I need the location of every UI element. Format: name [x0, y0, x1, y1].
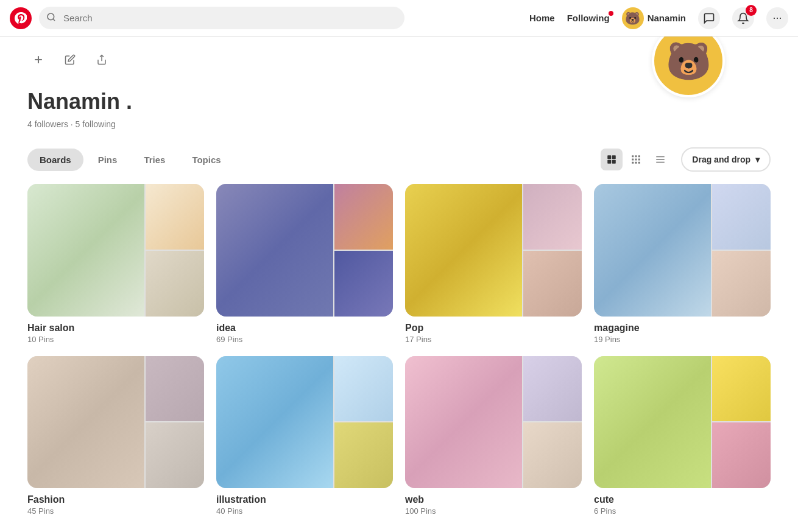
board-card-fashion[interactable]: Fashion 45 Pins [27, 356, 204, 516]
tab-topics[interactable]: Topics [180, 149, 233, 171]
board-mosaic [405, 356, 582, 489]
list-view-button[interactable] [649, 149, 671, 170]
followers-count[interactable]: 4 followers [27, 119, 68, 129]
mosaic-bottom-right-cell [334, 422, 393, 488]
svg-rect-10 [635, 155, 637, 157]
svg-point-0 [48, 13, 54, 20]
mosaic-bottom-right-cell [523, 251, 582, 317]
board-pin-count: 69 Pins [216, 335, 393, 344]
board-title: web [405, 494, 582, 505]
board-mosaic [216, 356, 393, 489]
board-pin-count: 6 Pins [594, 506, 771, 516]
board-card-hair-salon[interactable]: Hair salon 10 Pins [27, 184, 204, 344]
tab-pins[interactable]: Pins [86, 149, 130, 171]
sort-dropdown[interactable]: Drag and drop ▾ [681, 147, 771, 172]
svg-line-1 [53, 19, 55, 21]
large-grid-view-button[interactable] [601, 149, 623, 170]
board-title: Hair salon [27, 323, 204, 334]
board-mosaic [216, 184, 393, 317]
board-card-illustration[interactable]: illustration 40 Pins [216, 356, 393, 516]
board-title: cute [594, 494, 771, 505]
mosaic-bottom-right-cell [334, 251, 393, 317]
board-title: magagine [594, 323, 771, 334]
board-title: illustration [216, 494, 393, 505]
svg-rect-17 [638, 162, 640, 164]
board-mosaic [405, 184, 582, 317]
sort-label: Drag and drop [692, 155, 750, 164]
svg-rect-12 [632, 159, 634, 161]
board-mosaic [27, 184, 204, 317]
header: Home Following 🐻 Nanamin 8 ··· [0, 0, 798, 37]
board-card-pop[interactable]: Pop 17 Pins [405, 184, 582, 344]
notification-badge: 8 [746, 5, 757, 16]
svg-rect-7 [608, 160, 612, 164]
boards-grid: Hair salon 10 Pins idea 69 Pins [27, 184, 771, 532]
mosaic-main-cell [405, 184, 522, 317]
mosaic-main-cell [27, 184, 144, 317]
mosaic-top-right-cell [523, 184, 582, 250]
board-title: idea [216, 323, 393, 334]
profile-identity: Nanamin . 4 followers · 5 following 🐻 [27, 77, 771, 141]
board-mosaic [594, 356, 771, 489]
svg-rect-8 [612, 160, 616, 164]
svg-rect-9 [632, 155, 634, 157]
pinterest-logo[interactable] [10, 7, 32, 29]
mosaic-bottom-right-cell [146, 251, 204, 317]
following-count[interactable]: 5 following [76, 119, 116, 129]
svg-rect-5 [608, 155, 612, 159]
tab-tries[interactable]: Tries [132, 149, 177, 171]
profile-stats: 4 followers · 5 following [27, 119, 132, 129]
board-card-idea[interactable]: idea 69 Pins [216, 184, 393, 344]
mosaic-top-right-cell [334, 184, 393, 250]
user-avatar[interactable]: 🐻 [622, 7, 644, 29]
board-pin-count: 19 Pins [594, 335, 771, 344]
mosaic-bottom-right-cell [712, 251, 771, 317]
mosaic-top-right-cell [712, 184, 771, 250]
svg-rect-14 [638, 159, 640, 161]
share-button[interactable] [91, 49, 113, 71]
board-title: Pop [405, 323, 582, 334]
board-mosaic [27, 356, 204, 489]
mosaic-top-right-cell [334, 356, 393, 422]
mosaic-bottom-right-cell [712, 422, 771, 488]
search-icon [46, 12, 56, 24]
chevron-down-icon: ▾ [755, 155, 760, 164]
following-link[interactable]: Following [567, 13, 610, 23]
board-card-cute[interactable]: cute 6 Pins [594, 356, 771, 516]
header-nav: Home Following 🐻 Nanamin 8 ··· [529, 7, 788, 29]
messages-button[interactable] [698, 7, 720, 29]
board-card-magagine[interactable]: magagine 19 Pins [594, 184, 771, 344]
tab-boards[interactable]: Boards [27, 149, 83, 171]
add-board-button[interactable] [27, 49, 49, 71]
notifications-button[interactable]: 8 [732, 7, 754, 29]
board-mosaic [594, 184, 771, 317]
more-options-button[interactable]: ··· [766, 7, 788, 29]
mosaic-main-cell [216, 356, 333, 489]
mosaic-top-right-cell [712, 356, 771, 422]
home-link[interactable]: Home [529, 13, 555, 23]
edit-profile-button[interactable] [59, 49, 81, 71]
small-grid-view-button[interactable] [625, 149, 647, 170]
user-name-label[interactable]: Nanamin [648, 13, 686, 23]
mosaic-main-cell [594, 356, 711, 489]
board-card-web[interactable]: web 100 Pins [405, 356, 582, 516]
board-pin-count: 10 Pins [27, 335, 204, 344]
mosaic-top-right-cell [146, 356, 204, 422]
search-bar[interactable] [39, 7, 404, 29]
mosaic-top-right-cell [523, 356, 582, 422]
svg-rect-6 [612, 155, 616, 159]
view-controls: Drag and drop ▾ [601, 147, 771, 172]
search-input[interactable] [39, 7, 404, 29]
svg-rect-16 [635, 162, 637, 164]
board-pin-count: 45 Pins [27, 506, 204, 516]
tabs-row: Boards Pins Tries Topics [27, 141, 771, 184]
board-title: Fashion [27, 494, 204, 505]
following-dot [609, 11, 613, 16]
mosaic-bottom-right-cell [146, 422, 204, 488]
mosaic-main-cell [405, 356, 522, 489]
svg-rect-11 [638, 155, 640, 157]
profile-name: Nanamin . [27, 89, 132, 114]
svg-rect-13 [635, 159, 637, 161]
svg-rect-15 [632, 162, 634, 164]
mosaic-top-right-cell [146, 184, 204, 250]
